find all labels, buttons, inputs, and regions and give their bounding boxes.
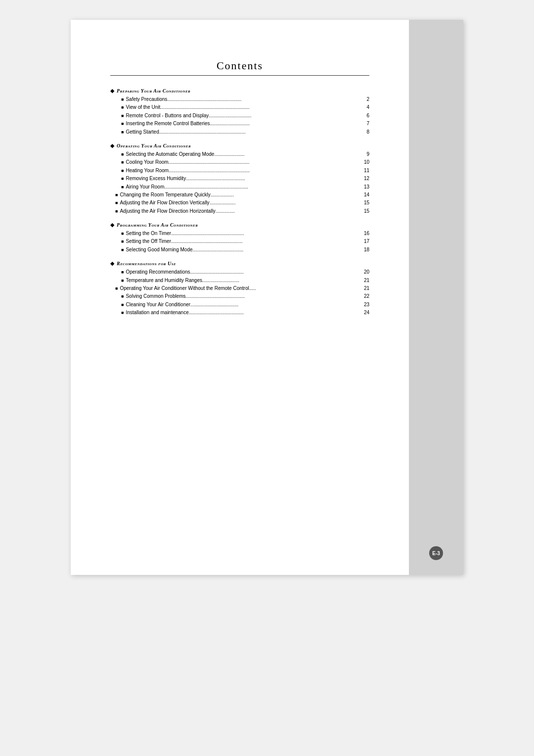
section-title-preparing: Preparing Your Air Conditioner [117,88,190,94]
item-page: 6 [359,113,369,118]
item-marker: ■ [121,120,124,127]
toc-item: ■Solving Common Problems................… [110,293,369,300]
toc-item: ■Selecting Good Morning Mode............… [110,246,369,253]
item-page: 2 [359,96,369,102]
item-dots: ........................................ [189,310,357,315]
item-page: 15 [359,208,369,214]
item-marker: ■ [121,159,124,166]
toc-item: ■Temperature and Humidity Ranges........… [110,277,369,284]
item-marker: ■ [121,309,124,316]
item-page: 23 [359,302,369,307]
item-dots: ........................................… [186,176,357,181]
main-content: Contents ◆Preparing Your Air Conditioner… [71,20,409,575]
toc-item: ■Changing the Room Temperature Quickly..… [110,191,369,198]
item-text: Selecting the Automatic Operating Mode [126,151,214,157]
item-text: View of the Unit [126,104,160,110]
item-marker: ■ [121,246,124,253]
section-header-recommendations: ◆Recommendations for Use [110,260,369,267]
toc-item: ■Installation and maintenance...........… [110,309,369,316]
section-diamond-programming: ◆ [110,222,114,228]
item-dots: ........................................… [186,293,357,299]
item-dots: ........................... [202,278,357,283]
item-marker: ■ [115,285,118,292]
item-text: Solving Common Problems [126,293,185,299]
toc-item: ■Inserting the Remote Control Batteries.… [110,120,369,127]
toc-sections: ◆Preparing Your Air Conditioner■Safety P… [110,88,369,317]
section-header-preparing: ◆Preparing Your Air Conditioner [110,88,369,94]
toc-item: ■Removing Excess Humidity...............… [110,175,369,182]
item-dots: ................................... [190,302,357,307]
toc-item: ■Getting Started........................… [110,129,369,136]
item-dots: ........................................… [167,96,357,102]
toc-item: ■View of the Unit.......................… [110,104,369,111]
item-text: Cleaning Your Air Conditioner [126,302,190,307]
item-dots: ..... [249,285,357,291]
toc-item: ■Cleaning Your Air Conditioner..........… [110,301,369,308]
item-dots: ........................................… [171,231,357,236]
item-text: Inserting the Remote Control Batteries [126,121,210,126]
item-dots: ........................................… [169,168,357,173]
item-page: 20 [359,269,369,275]
toc-item: ■Setting the Off Timer..................… [110,238,369,245]
item-page: 4 [359,104,369,110]
item-text: Cooling Your Room [126,159,168,165]
toc-item: ■Operating Your Air Conditioner Without … [110,285,369,292]
item-marker: ■ [115,191,118,198]
item-marker: ■ [121,230,124,237]
item-marker: ■ [121,104,124,111]
toc-item: ■Selecting the Automatic Operating Mode.… [110,151,369,158]
page-number-badge: E-3 [429,546,443,560]
item-dots: ................... [210,200,357,205]
item-text: Temperature and Humidity Ranges [126,278,202,283]
toc-item: ■Setting the On Timer...................… [110,230,369,237]
item-dots: ........................................… [160,104,357,110]
item-marker: ■ [121,301,124,308]
toc-item: ■Operating Recommendations..............… [110,269,369,276]
section-title-programming: Programming Your Air Conditioner [117,222,198,228]
item-dots: ........................................… [171,238,357,244]
item-text: Safety Precautions [126,96,167,102]
item-text: Changing the Room Temperature Quickly [120,192,210,197]
item-text: Adjusting the Air Flow Direction Horizon… [120,208,215,214]
right-sidebar-tab: E-3 [409,20,463,575]
item-page: 9 [359,151,369,157]
item-page: 18 [359,247,369,252]
item-page: 12 [359,176,369,181]
item-marker: ■ [121,184,124,190]
item-page: 15 [359,200,369,205]
item-text: Operating Recommendations [126,269,190,275]
section-diamond-recommendations: ◆ [110,260,114,267]
item-marker: ■ [121,269,124,276]
title-divider [110,75,369,76]
item-text: Heating Your Room [126,168,169,173]
section-header-operating: ◆Operating Your Air Conditioner [110,142,369,149]
section-diamond-preparing: ◆ [110,88,114,94]
toc-item: ■Remote Control - Buttons and Display...… [110,112,369,119]
item-page: 17 [359,238,369,244]
toc-item: ■Adjusting the Air Flow Direction Vertic… [110,199,369,206]
item-page: 16 [359,231,369,236]
item-page: 8 [359,129,369,135]
item-marker: ■ [121,112,124,119]
toc-item: ■Heating Your Room......................… [110,167,369,174]
item-marker: ■ [121,129,124,136]
item-dots: ........................................… [169,159,357,165]
item-page: 21 [359,278,369,283]
item-marker: ■ [121,151,124,158]
item-text: Getting Started [126,129,159,135]
toc-item: ■Safety Precautions.....................… [110,96,369,103]
section-title-operating: Operating Your Air Conditioner [117,143,191,148]
item-dots: ...................... [214,151,357,157]
item-page: 24 [359,310,369,315]
item-text: Adjusting the Air Flow Direction Vertica… [120,200,209,205]
item-marker: ■ [121,96,124,103]
item-marker: ■ [115,208,118,215]
toc-item: ■Cooling Your Room......................… [110,159,369,166]
page-title: Contents [110,59,369,72]
item-marker: ■ [115,199,118,206]
item-page: 10 [359,159,369,165]
item-page: 11 [359,168,369,173]
page-container: Contents ◆Preparing Your Air Conditioner… [71,20,463,575]
item-text: Selecting Good Morning Mode [126,247,192,252]
item-marker: ■ [121,238,124,245]
